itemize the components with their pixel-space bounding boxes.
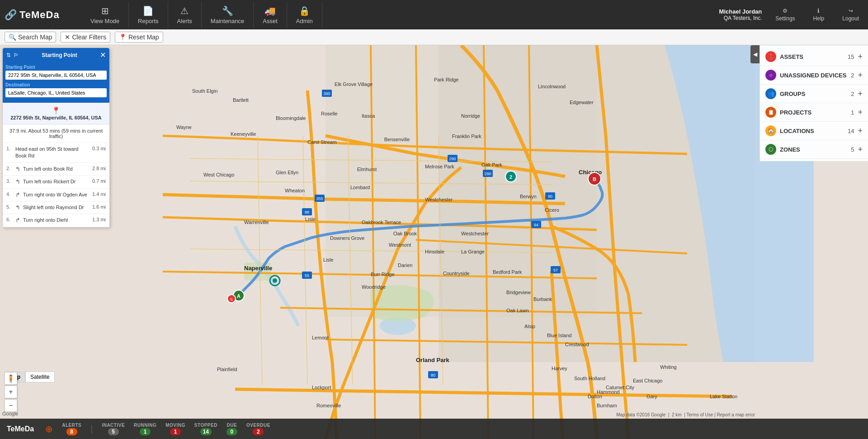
panel-row-unassigned[interactable]: ○ UNASSIGNED DEVICES 2 + bbox=[760, 66, 868, 85]
gut-icon: ⊕ bbox=[45, 424, 53, 434]
svg-text:90: 90 bbox=[548, 194, 552, 199]
svg-point-95 bbox=[273, 278, 277, 283]
main-area: South Elgin Bartlett Elk Grove Village P… bbox=[0, 45, 868, 439]
groups-icon: 👥 bbox=[765, 88, 776, 99]
nav-asset[interactable]: 🚚 Asset bbox=[254, 2, 287, 28]
svg-text:Blue Island: Blue Island bbox=[547, 333, 571, 338]
starting-point-input[interactable] bbox=[5, 71, 107, 80]
svg-text:80: 80 bbox=[431, 373, 435, 377]
svg-text:Dolton: Dolton bbox=[588, 394, 602, 399]
zones-plus-icon[interactable]: + bbox=[858, 145, 863, 154]
stopped-label: STOPPED bbox=[194, 423, 217, 428]
map-container[interactable]: South Elgin Bartlett Elk Grove Village P… bbox=[0, 45, 868, 439]
svg-text:Lisle: Lisle bbox=[305, 216, 316, 222]
svg-text:West Chicago: West Chicago bbox=[203, 172, 234, 177]
svg-text:Bedford Park: Bedford Park bbox=[493, 269, 522, 275]
svg-text:Bridgeview: Bridgeview bbox=[506, 290, 531, 295]
svg-text:2: 2 bbox=[509, 174, 512, 180]
groups-plus-icon[interactable]: + bbox=[858, 89, 863, 99]
starting-point-label: Starting Point bbox=[5, 65, 107, 70]
panel-row-zones[interactable]: ⬡ ZONES 5 + bbox=[760, 140, 868, 159]
svg-text:Lake Station: Lake Station bbox=[710, 394, 737, 399]
route-step-5: 5. ↰ Slight left onto Raymond Dr 1.6 mi bbox=[3, 201, 109, 214]
bottom-logo: TeMeDa bbox=[7, 425, 34, 433]
step-2-icon: ↰ bbox=[15, 166, 20, 172]
assets-plus-icon[interactable]: + bbox=[858, 52, 863, 62]
logout-action[interactable]: ↪ Logout bbox=[838, 5, 863, 24]
reset-map-button[interactable]: 📍 Reset Map bbox=[115, 32, 163, 43]
route-panel-close[interactable]: ✕ bbox=[100, 51, 106, 59]
route-step-2: 2. ↰ Turn left onto Book Rd 2.8 mi bbox=[3, 163, 109, 176]
svg-text:Elmhurst: Elmhurst bbox=[357, 167, 377, 172]
svg-text:Edgewater: Edgewater bbox=[570, 100, 594, 105]
alerts-status: ALERTS 8 bbox=[62, 423, 81, 435]
step-3-dist: 0.7 mi bbox=[92, 178, 106, 184]
locations-icon: 🏠 bbox=[765, 125, 776, 136]
step-6-text: Turn right onto Diehl bbox=[23, 217, 90, 224]
projects-label: PROJECTS bbox=[780, 109, 851, 116]
route-icons: ⇅ 🏳 bbox=[6, 52, 19, 58]
projects-plus-icon[interactable]: + bbox=[858, 108, 863, 117]
step-1-num: 1. bbox=[6, 146, 13, 151]
stopped-badge: 14 bbox=[200, 428, 212, 435]
locations-plus-icon[interactable]: + bbox=[858, 126, 863, 136]
svg-text:Bartlett: Bartlett bbox=[233, 97, 249, 103]
svg-text:B: B bbox=[593, 177, 596, 182]
svg-text:355: 355 bbox=[316, 196, 323, 201]
clear-filters-button[interactable]: ✕ Clear Filters bbox=[61, 32, 110, 43]
due-badge: 0 bbox=[226, 428, 237, 435]
settings-label: Settings bbox=[775, 15, 795, 22]
nav-maintenance[interactable]: 🔧 Maintenance bbox=[202, 2, 254, 28]
logout-icon: ↪ bbox=[849, 8, 853, 14]
overdue-badge: 2 bbox=[253, 428, 264, 435]
svg-text:Norridge: Norridge bbox=[461, 113, 480, 119]
nav-reports[interactable]: 📄 Reports bbox=[129, 2, 168, 28]
panel-row-groups[interactable]: 👥 GROUPS 2 + bbox=[760, 85, 868, 103]
route-flag-icon: 🏳 bbox=[14, 52, 19, 58]
panel-row-locations[interactable]: 🏠 LOCATIONS 14 + bbox=[760, 122, 868, 140]
step-1-text: Head east on 95th St toward Book Rd bbox=[15, 146, 90, 160]
svg-text:5: 5 bbox=[230, 297, 232, 302]
clear-icon: ✕ bbox=[65, 33, 70, 41]
step-2-text: Turn left onto Book Rd bbox=[23, 166, 90, 172]
destination-input[interactable] bbox=[5, 88, 107, 97]
map-type-satellite[interactable]: Satellite bbox=[25, 372, 55, 382]
unassigned-plus-icon[interactable]: + bbox=[858, 71, 863, 80]
svg-text:Park Ridge: Park Ridge bbox=[434, 77, 458, 82]
route-swap-icon[interactable]: ⇅ bbox=[6, 52, 11, 58]
nav-view-mode[interactable]: ⊞ View Mode bbox=[81, 2, 129, 28]
destination-label: Destination bbox=[5, 82, 107, 87]
route-directions[interactable]: 📍 2272 95th St, Naperville, IL 60564, US… bbox=[3, 103, 109, 227]
zoom-out-button[interactable]: − bbox=[5, 399, 17, 412]
search-map-button[interactable]: 🔍 Search Map bbox=[5, 32, 56, 43]
svg-text:South Holland: South Holland bbox=[574, 376, 605, 381]
panel-toggle-button[interactable]: ◀ bbox=[750, 45, 760, 63]
stopped-status: STOPPED 14 bbox=[194, 423, 217, 435]
moving-label: MOVING bbox=[165, 423, 185, 428]
person-icon[interactable]: 🧍 bbox=[5, 372, 17, 385]
help-action[interactable]: ℹ Help bbox=[809, 5, 829, 24]
route-origin: 📍 2272 95th St, Naperville, IL 60564, US… bbox=[3, 103, 109, 124]
svg-text:Franklin Park: Franklin Park bbox=[452, 134, 481, 139]
settings-action[interactable]: ⚙ Settings bbox=[771, 5, 799, 24]
nav-admin[interactable]: 🔒 Admin bbox=[287, 2, 322, 28]
nav-alerts[interactable]: ⚠ Alerts bbox=[168, 2, 202, 28]
zoom-in-button[interactable]: + bbox=[5, 386, 17, 398]
reports-label: Reports bbox=[138, 18, 159, 24]
svg-text:Darien: Darien bbox=[398, 262, 412, 268]
panel-row-assets[interactable]: 📍 ASSETS 15 + bbox=[760, 48, 868, 66]
svg-text:Burbank: Burbank bbox=[533, 296, 552, 302]
maintenance-icon: 🔧 bbox=[222, 5, 233, 16]
svg-text:Burnham: Burnham bbox=[597, 403, 617, 408]
locations-count: 14 bbox=[848, 128, 854, 134]
alerts-badge: 8 bbox=[66, 428, 77, 435]
map-attribution: Map data ©2016 Google | 2 km | Terms of … bbox=[616, 412, 755, 417]
svg-text:Lombard: Lombard bbox=[350, 185, 370, 190]
panel-row-projects[interactable]: 📋 PROJECTS 1 + bbox=[760, 103, 868, 122]
help-icon: ℹ bbox=[817, 8, 820, 14]
running-status: RUNNING 1 bbox=[134, 423, 156, 435]
svg-text:Oak Park: Oak Park bbox=[481, 162, 502, 167]
step-3-num: 3. bbox=[6, 178, 13, 184]
svg-text:Gary: Gary bbox=[646, 394, 657, 399]
zones-label: ZONES bbox=[780, 146, 851, 153]
